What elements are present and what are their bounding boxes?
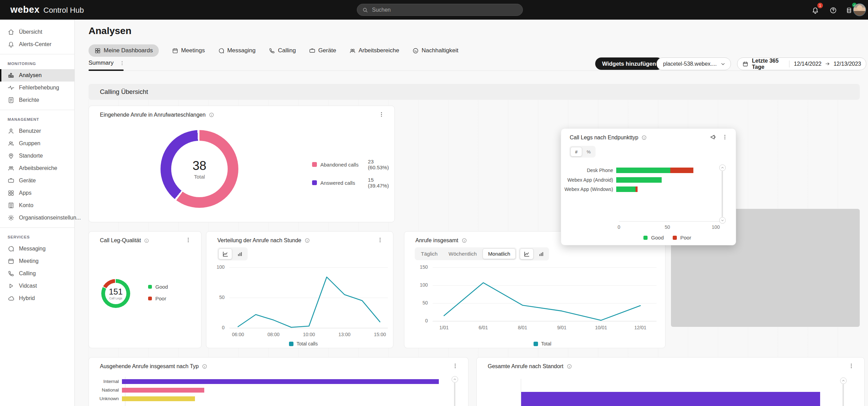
legend-item: Poor <box>673 235 691 241</box>
x-axis <box>619 221 720 222</box>
sidebar-item-arbeitsbereiche[interactable]: Arbeitsbereiche <box>0 162 74 174</box>
period-monatlich[interactable]: Monatlich <box>483 248 516 259</box>
tab-calling[interactable]: Calling <box>269 47 296 54</box>
date-range-picker[interactable]: Letzte 365 Tage 12/14/2022 12/13/2023 <box>737 57 866 70</box>
dashboard-select-value: placetel-538.webex.... <box>663 61 717 67</box>
legend-swatch <box>673 236 677 240</box>
sidebar-item-bersicht[interactable]: Übersicht <box>0 26 74 38</box>
bar-poor <box>636 186 638 192</box>
sidebar-item-label: Organisationseinstellun... <box>19 215 81 221</box>
kebab-menu[interactable] <box>452 363 458 369</box>
bar-poor <box>670 168 693 173</box>
sidebar-item-benutzer[interactable]: Benutzer <box>0 125 74 137</box>
system-status-button[interactable]: ✓ <box>844 5 854 15</box>
card-call-leg-quality: Call Leg-Qualität 151 Call Legs GoodPoor <box>89 231 202 348</box>
summary-kebab-menu[interactable] <box>119 60 125 66</box>
sidebar-item-alerts-center[interactable]: Alerts-Center <box>0 38 74 51</box>
x-tick-label: 12/01 <box>625 325 656 330</box>
kebab-menu[interactable] <box>848 363 855 369</box>
period-t-glich[interactable]: Täglich <box>416 248 443 259</box>
kebab-menu[interactable] <box>377 237 383 243</box>
bar-chart-icon <box>538 251 545 257</box>
add-widgets-button[interactable]: Widgets hinzufügen <box>595 57 663 70</box>
tab-label: Geräte <box>318 47 336 54</box>
legend-label: Good <box>155 284 168 290</box>
scrollbar[interactable] <box>719 164 726 224</box>
sidebar-item-fehlerbehebung[interactable]: Fehlerbehebung <box>0 82 74 94</box>
sidebar-item-label: Alerts-Center <box>19 41 51 47</box>
donut-total-label: Total <box>194 174 205 180</box>
notifications-button[interactable]: 1 <box>810 5 820 15</box>
global-search[interactable] <box>357 4 523 16</box>
period-w-chentlich[interactable]: Wöchentlich <box>443 248 482 259</box>
search-input[interactable] <box>372 7 518 13</box>
sidebar-item-hybrid[interactable]: Hybrid <box>0 292 74 304</box>
analytics-icon <box>8 72 14 79</box>
bar-chart-toggle[interactable] <box>233 248 247 259</box>
tab-meine-dashboards[interactable]: Meine Dashboards <box>89 44 159 57</box>
legend-item: Abandoned calls23 (60.53%) <box>312 159 394 170</box>
kebab-menu[interactable] <box>185 237 192 243</box>
sidebar-item-meeting[interactable]: Meeting <box>0 255 74 267</box>
date-end[interactable]: 12/13/2023 <box>834 61 861 67</box>
sidebar-item-berichte[interactable]: Berichte <box>0 94 74 106</box>
tab-messaging[interactable]: Messaging <box>218 47 256 54</box>
tab-nachhaltigkeit[interactable]: Nachhaltigkeit <box>412 47 458 54</box>
date-start[interactable]: 12/14/2022 <box>794 61 822 67</box>
queue-donut-chart: 38 Total <box>161 130 238 208</box>
donut-total-value: 151 <box>109 287 123 297</box>
scrollbar[interactable] <box>840 377 847 406</box>
sidebar-item-standorte[interactable]: Standorte <box>0 150 74 162</box>
tab-arbeitsbereiche[interactable]: Arbeitsbereiche <box>349 47 399 54</box>
tab-summary[interactable]: Summary <box>89 60 125 66</box>
avatar[interactable] <box>853 3 866 16</box>
kebab-menu[interactable] <box>722 134 728 140</box>
line-chart-toggle[interactable] <box>520 248 534 259</box>
sidebar-section-title: SERVICES <box>0 228 74 243</box>
card-incoming-queue-calls: Eingehende Anrufe in Anrufwarteschlangen… <box>89 106 395 222</box>
endpoint-row-label: Desk Phone <box>561 168 616 173</box>
kebab-icon <box>185 237 192 243</box>
bar-chart-toggle[interactable] <box>534 248 548 259</box>
gridline <box>229 328 388 328</box>
sidebar-item-gruppen[interactable]: Gruppen <box>0 137 74 150</box>
tab-ger-te[interactable]: Geräte <box>309 47 336 54</box>
legend-label: Good <box>651 235 664 241</box>
card-call-legs-by-endpoint[interactable]: Call Legs nach Endpunkttyp #% Desk Phone… <box>561 128 736 245</box>
feedback-megaphone-button[interactable] <box>710 134 716 140</box>
y-tick-label: 100 <box>411 282 428 288</box>
card-outgoing-calls-by-type: Ausgehende Anrufe insgesamt nach Typ Int… <box>89 357 468 406</box>
page-title: Analysen <box>89 25 132 36</box>
legend-swatch <box>289 342 293 346</box>
y-tick-label: 150 <box>411 264 428 270</box>
x-tick-label: 10/01 <box>586 325 617 330</box>
date-range-label: Letzte 365 Tage <box>752 58 785 70</box>
kebab-menu[interactable] <box>378 111 385 118</box>
sidebar-item-calling[interactable]: Calling <box>0 267 74 280</box>
dashboard-select[interactable]: placetel-538.webex.... <box>657 57 731 70</box>
unit-toggle-count[interactable]: # <box>570 147 582 157</box>
calendar-icon <box>8 258 14 265</box>
scrollbar[interactable] <box>451 376 458 406</box>
tab-meetings[interactable]: Meetings <box>172 47 205 54</box>
sidebar-item-apps[interactable]: Apps <box>0 187 74 199</box>
gear-icon <box>8 214 14 221</box>
endpoint-row-label: Webex App (Android) <box>561 177 616 183</box>
legend-label: Poor <box>155 296 166 301</box>
info-icon <box>567 364 572 369</box>
sidebar-item-vidcast[interactable]: Vidcast <box>0 280 74 292</box>
y-tick-label: 50 <box>411 300 428 306</box>
legend-item: Poor <box>148 296 168 301</box>
line-chart-toggle[interactable] <box>218 248 232 259</box>
help-button[interactable] <box>828 5 838 15</box>
pulse-icon <box>8 84 14 91</box>
sidebar-item-organisationseinstellun[interactable]: Organisationseinstellun... <box>0 212 74 224</box>
sidebar-item-ger-te[interactable]: Geräte <box>0 174 74 187</box>
unit-toggle-percent[interactable]: % <box>583 147 595 157</box>
quality-donut-chart: 151 Call Legs <box>101 279 130 308</box>
sidebar-item-konto[interactable]: Konto <box>0 199 74 212</box>
sidebar-item-messaging[interactable]: Messaging <box>0 243 74 255</box>
line-series <box>433 267 657 321</box>
sidebar-item-analysen[interactable]: Analysen <box>0 69 74 82</box>
line-chart: 0501001501/016/018/019/0110/0112/01 <box>433 267 657 321</box>
